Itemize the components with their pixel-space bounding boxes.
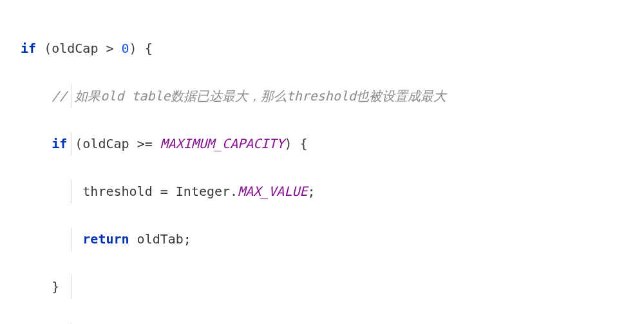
code-line-4: threshold = Integer.MAX_VALUE; [21, 180, 623, 204]
brace-open: ) { [129, 41, 153, 56]
indent-guide [71, 227, 71, 251]
assignment: threshold = Integer. [82, 184, 238, 199]
number-literal: 0 [122, 41, 129, 56]
expr: (oldCap > [36, 41, 121, 56]
keyword-if: if [52, 136, 67, 151]
indent-guide [71, 180, 71, 204]
code-block: if (oldCap > 0) { // 如果old table数据已达最大，那… [21, 13, 623, 324]
constant: MAX_VALUE [238, 184, 307, 199]
code-line-6: } [21, 275, 623, 299]
indent-guide [71, 84, 71, 108]
keyword-return: return [82, 231, 129, 247]
constant: MAXIMUM_CAPACITY [160, 136, 285, 151]
expr: (oldCap >= [67, 136, 160, 151]
expr: oldTab; [129, 231, 191, 247]
semicolon: ; [308, 184, 316, 199]
keyword-if: if [21, 41, 36, 56]
code-line-1: if (oldCap > 0) { [21, 37, 623, 61]
code-line-3: if (oldCap >= MAXIMUM_CAPACITY) { [21, 132, 623, 156]
comment: // 如果old table数据已达最大，那么threshold也被设置成最大 [52, 88, 446, 104]
brace-open: ) { [284, 136, 307, 151]
indent-guide [71, 132, 71, 156]
code-line-2: // 如果old table数据已达最大，那么threshold也被设置成最大 [21, 84, 623, 108]
code-line-5: return oldTab; [21, 227, 623, 251]
brace-close: } [52, 279, 59, 294]
indent-guide [71, 275, 71, 299]
